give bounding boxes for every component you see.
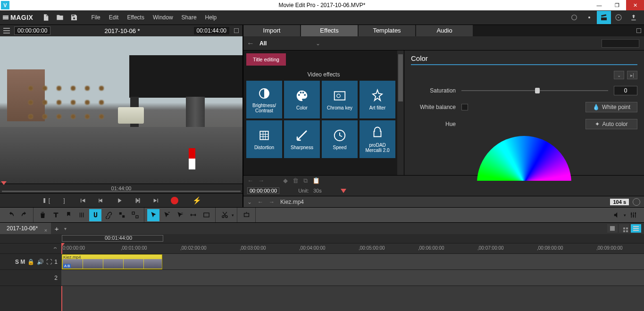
play-button[interactable] — [115, 196, 124, 205]
kf-timecode[interactable]: 00:00:00:00 — [247, 187, 279, 194]
playhead-icon[interactable] — [1, 181, 7, 185]
settings-icon[interactable] — [584, 12, 595, 23]
saturation-value[interactable]: 0 — [614, 86, 637, 95]
redo-button[interactable] — [18, 209, 30, 221]
search-input[interactable] — [602, 39, 639, 48]
chapter-button[interactable] — [76, 209, 88, 221]
track-2[interactable] — [61, 270, 644, 286]
cloud-icon[interactable] — [569, 12, 580, 23]
fx-brightness-contrast[interactable]: Brightness/ Contrast — [246, 81, 282, 118]
range-start-button[interactable]: [ — [42, 196, 50, 205]
time-ruler[interactable]: ,0:00:00:00,00:01:00:00,00:02:00:00,00:0… — [61, 244, 644, 254]
group-button[interactable] — [116, 209, 128, 221]
close-tab-icon[interactable]: × — [44, 225, 47, 236]
export-icon[interactable] — [628, 12, 639, 23]
delete-button[interactable] — [36, 209, 49, 221]
preview-maximize-icon[interactable] — [234, 28, 239, 33]
clip-back-icon[interactable]: ← — [258, 199, 263, 205]
clip-fwd-icon[interactable]: → — [269, 199, 275, 205]
fx-sharpness[interactable]: Sharpness — [284, 120, 320, 158]
maximize-track-icon[interactable]: ⛶ — [46, 259, 52, 265]
maximize-button[interactable]: ❐ — [608, 0, 626, 10]
menu-file[interactable]: File — [87, 10, 104, 25]
tab-audio[interactable]: Audio — [416, 25, 473, 36]
tab-import[interactable]: Import — [243, 25, 300, 36]
mouse-curve-button[interactable] — [174, 209, 186, 221]
tab-templates[interactable]: Templates — [359, 25, 415, 36]
title-button[interactable] — [50, 209, 62, 221]
cut-button[interactable] — [218, 209, 231, 221]
record-button[interactable] — [170, 196, 179, 205]
insert-button[interactable] — [240, 209, 252, 221]
go-to-end-button[interactable] — [152, 196, 160, 205]
menu-effects[interactable]: Effects — [123, 10, 148, 25]
kf-prev-icon[interactable]: ← — [247, 177, 253, 184]
white-balance-checkbox[interactable] — [461, 104, 468, 110]
preview-viewport[interactable] — [0, 36, 243, 184]
new-file-icon[interactable] — [40, 12, 51, 23]
menu-help[interactable]: Help — [201, 10, 221, 25]
kf-paste-icon[interactable]: 📋 — [312, 177, 320, 184]
chevron-down-icon[interactable]: ⌄ — [316, 40, 320, 47]
clip-prev-icon[interactable]: ⌄ — [247, 199, 252, 205]
kf-playhead-icon[interactable] — [341, 189, 346, 193]
keyframe-next-icon[interactable]: ▸| — [627, 71, 637, 79]
fx-art-filter[interactable]: Art filter — [360, 81, 395, 118]
fx-prodad[interactable]: proDAD Mercalli 2.0 — [360, 120, 395, 158]
menu-edit[interactable]: Edit — [105, 10, 123, 25]
mixer-button[interactable] — [627, 209, 639, 221]
undo-button[interactable] — [5, 209, 17, 221]
prev-frame-button[interactable] — [97, 196, 105, 205]
add-tab-button[interactable]: + — [51, 225, 62, 233]
timeline-tab[interactable]: 2017-10-06*× — [0, 223, 51, 234]
menu-share[interactable]: Share — [177, 10, 201, 25]
preview-menu-icon[interactable] — [2, 28, 11, 34]
link-tracks-icon[interactable] — [52, 245, 59, 252]
link-button[interactable] — [102, 209, 115, 221]
fx-distortion[interactable]: Distortion — [246, 120, 282, 158]
ungroup-button[interactable] — [129, 209, 141, 221]
menu-window[interactable]: Window — [149, 10, 177, 25]
effects-scrollbar[interactable] — [397, 50, 404, 175]
open-folder-icon[interactable] — [54, 12, 66, 23]
category-all[interactable]: All — [259, 40, 267, 47]
clock-icon[interactable] — [633, 198, 640, 206]
fx-speed[interactable]: Speed — [322, 120, 358, 158]
back-icon[interactable]: ← — [243, 39, 258, 48]
kf-delete-icon[interactable]: 🗑 — [293, 177, 299, 184]
range-end-button[interactable]: ] — [60, 196, 68, 205]
kf-add-icon[interactable]: ◆ — [283, 177, 288, 184]
tab-dropdown-icon[interactable]: ▾ — [62, 226, 67, 231]
mouse-single-button[interactable] — [160, 209, 173, 221]
title-editing-chip[interactable]: Title editing — [246, 53, 286, 66]
saturation-slider[interactable] — [461, 90, 608, 91]
snap-button[interactable] — [89, 209, 101, 221]
view-timeline-button[interactable] — [631, 224, 641, 233]
volume-icon[interactable]: 🔊 — [37, 259, 44, 265]
lock-icon[interactable]: 🔒 — [27, 259, 34, 265]
mouse-preview-button[interactable] — [200, 209, 212, 221]
close-button[interactable]: ✕ — [626, 0, 644, 10]
minimize-button[interactable]: — — [590, 0, 608, 10]
kf-next-icon[interactable]: → — [258, 177, 264, 184]
go-to-start-button[interactable] — [78, 196, 87, 205]
play-range-button[interactable] — [134, 196, 142, 205]
disc-icon[interactable] — [613, 12, 624, 23]
mouse-select-button[interactable] — [147, 209, 159, 221]
hue-wheel[interactable] — [477, 136, 571, 181]
save-icon[interactable] — [68, 12, 80, 23]
mouse-stretch-button[interactable] — [187, 209, 199, 221]
track-header-2[interactable]: 2 — [0, 270, 61, 286]
clip-kiez[interactable]: Kiez.mp4 A B — [62, 254, 162, 269]
track-header-1[interactable]: S M 🔒 🔊 ⛶ 1 — [0, 254, 61, 270]
movie-wizard-button[interactable] — [597, 11, 611, 24]
white-point-button[interactable]: 💧White point — [585, 102, 637, 112]
preview-scrubber[interactable]: 01:44:00 — [0, 184, 243, 193]
view-storyboard-button[interactable] — [619, 224, 629, 233]
fx-chroma-key[interactable]: Chroma key — [322, 81, 358, 118]
track-area[interactable]: 00:01:44:00 ,0:00:00:00,00:01:00:00,00:0… — [61, 234, 644, 311]
performance-icon[interactable]: ⚡ — [192, 196, 201, 205]
marker-button[interactable] — [63, 209, 75, 221]
track-1[interactable]: Kiez.mp4 A B — [61, 254, 644, 270]
panel-maximize-icon[interactable] — [636, 28, 641, 33]
